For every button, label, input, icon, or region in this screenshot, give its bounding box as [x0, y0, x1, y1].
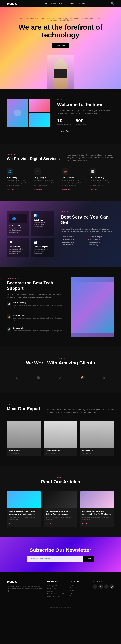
stat-experience: 10 Years of Experience	[57, 118, 71, 125]
footer-address-line-1: Second street	[47, 587, 65, 590]
footer-link-services[interactable]: Services	[70, 590, 88, 592]
footer-copyright: Copyright © 2024 LAM Design	[50, 606, 71, 608]
footer-about-text: Lorem ipsum dolor sit amet consectetur a…	[7, 585, 42, 592]
footer-link-home[interactable]: Home	[70, 584, 88, 586]
vision-description: Lorem ipsum dolor sit amet, consectetur …	[7, 293, 64, 298]
team-photo-0	[7, 420, 41, 448]
services-section: SERVICES We Provide Digital Services Lor…	[0, 144, 121, 201]
team-member-1: Sarah Johnson UI/UX Designer	[43, 420, 78, 456]
nav-links: Home About Services Pages Contact	[42, 2, 86, 5]
footer-link-about[interactable]: About	[70, 587, 88, 589]
app-design-read-more[interactable]: Read More	[34, 189, 42, 190]
web-design-read-more[interactable]: Read More	[7, 189, 14, 190]
vision-image	[71, 277, 114, 337]
social-twitter[interactable]: t	[99, 584, 103, 589]
vision-item-data: 🔒 Data Security Lorem ipsum dolor sit am…	[7, 314, 64, 325]
vision-items: ☁️ Cloud Security Lorem ipsum dolor sit …	[7, 302, 64, 338]
article-image-0	[7, 491, 41, 508]
market-analysis-title: Market Analysis	[34, 246, 51, 248]
services-header: SERVICES We Provide Digital Services Lor…	[7, 154, 114, 162]
vision-item-cloud: ☁️ Cloud Security Lorem ipsum dolor sit …	[7, 302, 64, 312]
article-1: Virgin Galactic aims to send Richard Bra…	[43, 491, 78, 527]
footer-link-blog[interactable]: Blog	[70, 592, 88, 594]
about-content: ABOUT Welcome to Techoes Lorem ipsum dol…	[57, 99, 114, 134]
seo-title: SEO Marketing	[90, 176, 114, 178]
market-analysis-icon: 📉	[34, 240, 51, 244]
get-started-button[interactable]: Get Started	[52, 43, 69, 48]
footer-links-list: Home About Services Blog Contact	[70, 584, 88, 597]
footer-address-line-4: +1 (543) 509-7254	[47, 595, 65, 598]
search-icon[interactable]: 🔍	[111, 2, 114, 5]
tech-support-desc: Lorem ipsum dolor sit amet consectetur a…	[9, 248, 27, 254]
services-description: Lorem ipsum dolor sit amet, consectetur …	[67, 154, 114, 162]
social-media-read-more[interactable]: Read More	[62, 189, 70, 190]
cloud-security-icon: ☁️	[7, 302, 11, 306]
social-icons: f t in g+	[93, 584, 114, 589]
nav-services[interactable]: Services	[59, 2, 67, 5]
footer-follow: Follow Us f t in g+	[93, 580, 114, 598]
cloud-security-text: Cloud Security Lorem ipsum dolor sit ame…	[13, 302, 64, 312]
clients-label: CLIENTS	[7, 358, 114, 359]
social-facebook[interactable]: f	[93, 584, 97, 589]
hero-subtitle: Lorem ipsum dolor sit amet, consectetur …	[20, 17, 101, 21]
social-google[interactable]: g+	[110, 584, 114, 589]
social-media-desc: Lorem ipsum dolor sit amet, consectetur …	[62, 180, 87, 186]
about-label: ABOUT	[57, 99, 114, 100]
data-driven-icon: 📊	[34, 214, 51, 218]
data-driven-title: Data Driven	[34, 219, 51, 221]
whyus-cards: 👥 Expert Team Lorem ipsum dolor sit amet…	[7, 211, 54, 257]
app-design-desc: Lorem ipsum dolor sit amet, consectetur …	[34, 180, 59, 186]
vision-content: OUR VISION Become the Best Tech Support …	[7, 277, 64, 337]
hero-section: Lorem ipsum dolor sit amet, consectetur …	[0, 7, 121, 89]
client-logo-2: ✓	[59, 376, 62, 380]
article-image-2	[80, 491, 114, 508]
whyus-item-4: Scalable systems	[61, 241, 87, 243]
service-app-design: 📱 App Design Lorem ipsum dolor sit amet,…	[34, 168, 59, 191]
whyus-item-6: Security focused	[61, 244, 87, 246]
nav-home[interactable]: Home	[42, 2, 47, 5]
seo-read-more[interactable]: Read More	[90, 189, 98, 190]
connectivity-text: Connectivity Lorem ipsum dolor sit amet …	[13, 327, 64, 337]
footer: Techoes Lorem ipsum dolor sit amet conse…	[0, 572, 121, 613]
seo-desc: Lorem ipsum dolor sit amet, consectetur …	[90, 180, 114, 186]
nav-logo[interactable]: Techoes	[7, 2, 17, 5]
article-body-2: Flying car prototype that successfully f…	[80, 508, 114, 527]
team-role-0: Lead Developer	[9, 452, 39, 454]
hero-heading: We are at the forefront of technology	[19, 24, 103, 39]
team-info-0: John Smith Lead Developer	[7, 448, 41, 456]
social-linkedin[interactable]: in	[104, 584, 109, 589]
nav-contact[interactable]: Contact	[80, 2, 86, 5]
newsletter-email-input[interactable]	[27, 556, 83, 562]
connectivity-desc: Lorem ipsum dolor sit amet consectetur a…	[13, 330, 64, 334]
clients-logos: G fb ✓ ⚡ ◈	[7, 372, 114, 383]
newsletter-send-button[interactable]: Send	[83, 556, 94, 562]
learn-more-button[interactable]: Learn More	[57, 128, 73, 134]
services-grid: 🌐 Web Design Lorem ipsum dolor sit amet,…	[7, 168, 114, 191]
market-analysis-desc: Lorem ipsum dolor sit amet consectetur a…	[34, 248, 51, 254]
article-read-more-2[interactable]: Read More	[82, 523, 90, 525]
stat-clients: 500 Satisfied Clients	[76, 118, 87, 125]
articles-label: ARTICLES	[7, 476, 114, 478]
newsletter-heading: Subscribe Our Newsletter	[7, 547, 114, 553]
footer-quick-links-label: Quick Links	[70, 580, 88, 582]
whyus-item-3: 24/7 monitoring	[88, 238, 114, 240]
expert-team-desc: Lorem ipsum dolor sit amet consectetur a…	[9, 227, 27, 233]
whyus-item-1: Advanced analytics	[88, 236, 114, 238]
data-security-title: Data Security	[13, 314, 64, 316]
whyus-item-5: Expert consultation	[88, 241, 114, 243]
team-heading: Meet Our Expert	[7, 406, 40, 411]
footer-address-line-2: Block-40	[47, 590, 65, 592]
article-read-more-0[interactable]: Read More	[9, 523, 16, 525]
whyus-card-expert-team: 👥 Expert Team Lorem ipsum dolor sit amet…	[7, 211, 29, 236]
play-button[interactable]	[14, 110, 21, 116]
web-design-desc: Lorem ipsum dolor sit amet, consectetur …	[7, 180, 31, 186]
app-design-icon: 📱	[34, 168, 40, 174]
article-read-more-1[interactable]: Read More	[46, 523, 53, 525]
social-media-title: Social Media	[62, 176, 87, 178]
nav-pages[interactable]: Pages	[70, 2, 76, 5]
footer-address: Our Address 1-40 key Road Second street …	[47, 580, 65, 598]
service-seo: 📈 SEO Marketing Lorem ipsum dolor sit am…	[90, 168, 114, 191]
nav-about[interactable]: About	[51, 2, 56, 5]
footer-link-contact[interactable]: Contact	[70, 595, 88, 597]
team-name-1: Sarah Johnson	[46, 450, 76, 452]
